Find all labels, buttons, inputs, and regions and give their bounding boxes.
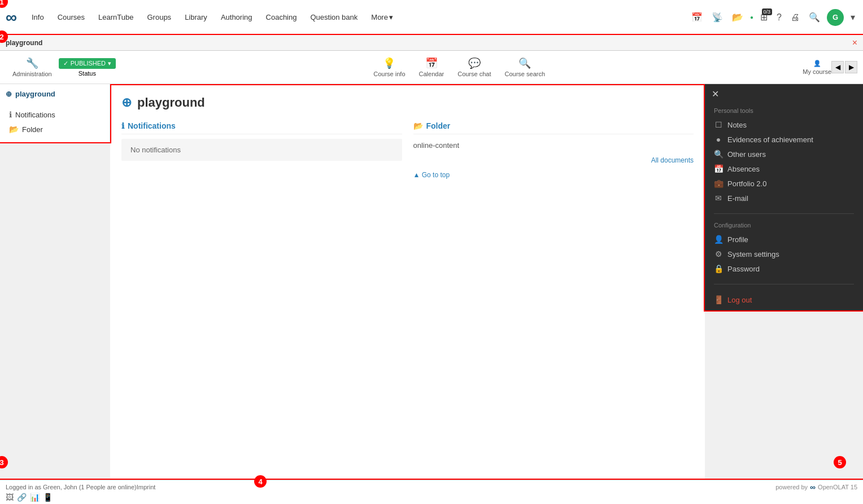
evidences-icon: ● [714,135,723,144]
administration-btn[interactable]: 🔧 Administration [6,55,59,80]
chat-icon: 💬 [468,57,481,69]
nav-coaching[interactable]: Coaching [260,10,303,25]
rp-other-users[interactable]: 🔍 Other users [714,147,854,161]
imprint-link[interactable]: Imprint [137,484,156,490]
right-panel-close-btn[interactable]: ✕ [712,89,719,99]
footer-icon-4[interactable]: 📱 [43,493,53,502]
go-to-top-link[interactable]: ▲ Go to top [413,171,694,179]
search-icon-btn[interactable]: 🔍 [807,10,822,25]
badge-count: 0/3 [762,8,773,15]
next-arrow-btn[interactable]: ▶ [845,61,857,73]
all-documents-link[interactable]: All documents [413,156,694,164]
help-icon-btn[interactable]: ? [774,10,784,25]
calendar-icon: 📅 [425,57,438,69]
administration-label: Administration [12,71,52,77]
nav-questionbank[interactable]: Question bank [304,10,363,25]
calendar-icon-btn[interactable]: 📅 [689,10,705,25]
rss-icon-btn[interactable]: 📡 [709,10,725,25]
sidebar-notifications-label: Notifications [15,111,55,119]
calendar-btn[interactable]: 📅 Calendar [412,55,451,80]
folder-icon-btn[interactable]: 📂 [730,10,746,25]
rp-notes[interactable]: ☐ Notes [714,117,854,132]
sidebar-course-icon: ⊕ [6,90,12,98]
content-area: 3 ⊕ playground ℹ Notifications 📂 Folder [0,84,863,480]
nav-links: Info Courses LearnTube Groups Library Au… [26,10,689,25]
notifications-column: ℹ Notifications No notifications [121,121,402,179]
rp-portfolio[interactable]: 💼 Portfolio 2.0 [714,176,854,191]
right-panel-close-bar: ✕ [705,84,863,104]
profile-label: Profile [727,235,748,244]
footer-icon-1[interactable]: 🖼 [6,493,14,502]
nav-library[interactable]: Library [179,10,213,25]
chevron-down-icon: ▾ [389,13,393,21]
logout-icon: 🚪 [714,295,723,304]
user-icon: 👤 [813,60,821,67]
rp-profile[interactable]: 👤 Profile [714,232,854,247]
user-menu-chevron[interactable]: ▾ [848,10,857,25]
nav-more[interactable]: More ▾ [365,10,399,25]
folder-section-icon: 📂 [413,121,423,130]
settings-icon: ⚙ [714,249,723,258]
footer-top: Logged in as Green, John (1 People are o… [6,483,857,493]
published-badge[interactable]: ✓ PUBLISHED ▾ [59,58,116,69]
nav-courses[interactable]: Courses [52,10,90,25]
page-title: ⊕ playground [121,95,694,110]
nav-groups[interactable]: Groups [141,10,177,25]
course-title-icon: ⊕ [121,95,132,110]
user-avatar-btn[interactable]: G [827,9,844,26]
folder-section-title: 📂 Folder [413,121,694,134]
logout-section: 🚪 Log out [705,289,863,310]
sidebar-title: ⊕ playground [6,90,104,102]
notes-icon: ☐ [714,120,723,129]
status-label: Status [79,70,96,77]
email-label: E-mail [727,194,748,203]
footer-icon-3[interactable]: 📊 [30,493,40,502]
nav-info[interactable]: Info [26,10,50,25]
personal-tools-section: Personal tools ☐ Notes ● Evidences of ac… [705,104,863,209]
course-tab-bar: playground × [0,35,863,51]
prev-arrow-btn[interactable]: ◀ [831,61,844,73]
rp-logout[interactable]: 🚪 Log out [714,292,854,307]
notes-label: Notes [727,121,747,129]
personal-tools-label: Personal tools [714,107,854,114]
sidebar-item-notifications[interactable]: ℹ Notifications [6,107,104,122]
footer-icon-2[interactable]: 🔗 [17,493,27,502]
rp-password[interactable]: 🔒 Password [714,261,854,276]
rp-divider-2 [714,284,854,284]
print-icon-btn[interactable]: 🖨 [788,10,802,25]
check-icon: ✓ [63,60,68,67]
configuration-label: Configuration [714,222,854,229]
nav-authoring[interactable]: Authoring [215,10,258,25]
password-label: Password [727,265,760,273]
logo[interactable]: ∞ [6,8,17,27]
two-column-layout: ℹ Notifications No notifications 📂 Folde… [121,121,694,179]
search-icon: 🔍 [518,57,531,69]
folder-item[interactable]: online-content [413,139,694,152]
system-settings-label: System settings [727,250,779,258]
rp-system-settings[interactable]: ⚙ System settings [714,247,854,261]
info-circle-icon: ℹ [9,110,12,119]
email-icon: ✉ [714,194,723,203]
course-header: playground × 🔧 Administration ✓ PUBLISHE… [0,35,863,84]
other-users-icon: 🔍 [714,150,723,159]
course-chat-btn[interactable]: 💬 Course chat [451,55,498,80]
published-label: PUBLISHED [71,60,106,67]
configuration-section: Configuration 👤 Profile ⚙ System setting… [705,218,863,279]
course-info-btn[interactable]: 💡 Course info [367,55,412,80]
sidebar-folder-label: Folder [22,125,43,134]
footer-icons: 🖼 🔗 📊 📱 [6,493,53,502]
powered-by-text: powered by [775,484,808,490]
nav-learntube[interactable]: LearnTube [93,10,139,25]
no-notifications-msg: No notifications [121,139,402,161]
info-icon: 💡 [383,57,395,69]
top-navigation: ∞ Info Courses LearnTube Groups Library … [0,0,863,35]
rp-email[interactable]: ✉ E-mail [714,191,854,205]
sidebar-item-folder[interactable]: 📂 Folder [6,122,104,137]
password-icon: 🔒 [714,264,723,273]
rp-evidences[interactable]: ● Evidences of achievement [714,132,854,147]
badge-btn[interactable]: ⊞ 0/3 [758,10,770,25]
my-course-btn[interactable]: 👤 My course [803,60,831,75]
course-search-btn[interactable]: 🔍 Course search [498,55,552,80]
rp-absences[interactable]: 📅 Absences [714,161,854,176]
course-tab-close[interactable]: × [852,38,857,48]
